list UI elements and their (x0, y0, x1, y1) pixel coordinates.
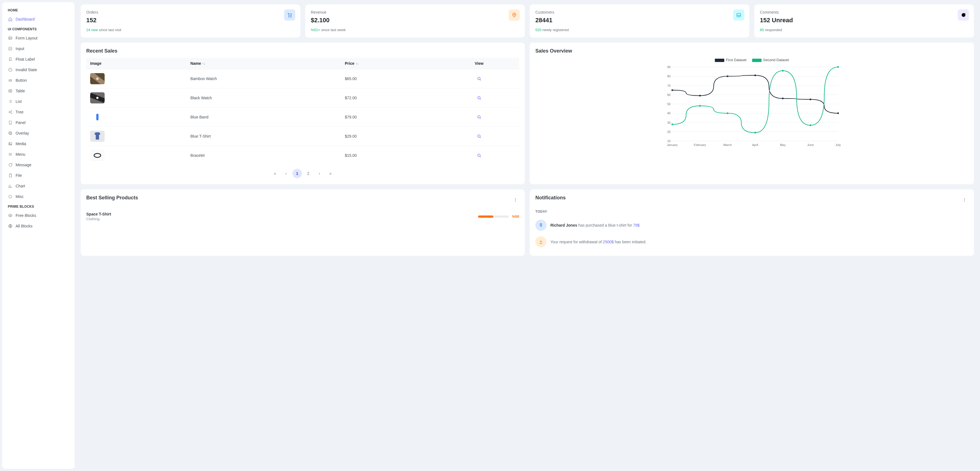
svg-point-69 (727, 112, 729, 114)
product-thumb (90, 73, 105, 84)
page-next[interactable]: › (315, 169, 324, 178)
clone-icon (8, 131, 13, 136)
svg-point-7 (11, 111, 12, 111)
view-button[interactable] (474, 151, 484, 160)
sidebar-item-label: Free Blocks (16, 213, 36, 218)
notifications-menu-button[interactable] (961, 196, 968, 204)
legend-second[interactable]: Second Dataset (752, 58, 789, 62)
sidebar-item-invalid-state[interactable]: Invalid State (5, 65, 72, 75)
stat-value: $2.100 (311, 17, 519, 24)
recent-sales-title: Recent Sales (86, 48, 519, 54)
view-button[interactable] (474, 112, 484, 122)
stat-card-orders: Orders15224 new since last visit (81, 5, 300, 38)
sidebar-item-message[interactable]: Message (5, 160, 72, 170)
svg-rect-10 (10, 132, 12, 135)
sidebar-item-button[interactable]: Button (5, 75, 72, 86)
sidebar-item-label: List (16, 99, 22, 104)
sidebar-item-tree[interactable]: Tree (5, 107, 72, 117)
svg-text:80: 80 (667, 75, 671, 78)
sidebar-item-label: All Blocks (16, 224, 33, 228)
bsp-name: Space T-Shirt (86, 212, 111, 216)
svg-point-65 (810, 98, 811, 100)
chart-bar-icon (8, 184, 13, 189)
best-selling-title: Best Selling Products (86, 195, 138, 201)
sidebar-item-free-blocks[interactable]: Free Blocks (5, 210, 72, 221)
sidebar-item-file[interactable]: File (5, 170, 72, 181)
sidebar-item-label: Misc (16, 194, 24, 199)
sidebar-heading: UI COMPONENTS (5, 24, 72, 33)
sidebar-item-input[interactable]: Input (5, 43, 72, 54)
map-marker-icon (509, 10, 520, 21)
table-row: Blue T-Shirt$29.00 (86, 127, 519, 146)
svg-text:March: March (723, 143, 732, 146)
page-prev[interactable]: ‹ (281, 169, 291, 178)
svg-point-17 (288, 16, 290, 17)
sidebar-item-misc[interactable]: Misc (5, 191, 72, 202)
svg-text:February: February (694, 143, 706, 146)
svg-point-76 (515, 201, 515, 201)
inbox-icon (733, 10, 745, 21)
view-button[interactable] (474, 93, 484, 103)
best-selling-menu-button[interactable] (511, 196, 519, 204)
svg-point-23 (478, 77, 480, 80)
sidebar-item-label: Float Label (16, 57, 35, 62)
stat-value: 28441 (535, 17, 744, 24)
svg-point-67 (671, 124, 673, 125)
svg-text:July: July (835, 143, 841, 146)
col-price[interactable]: Price↑↓ (341, 58, 439, 69)
product-name: Blue T-Shirt (186, 127, 341, 146)
svg-point-71 (782, 70, 784, 71)
sidebar-item-form-layout[interactable]: Form Layout (5, 33, 72, 43)
view-button[interactable] (474, 131, 484, 141)
sidebar-item-table[interactable]: Table (5, 86, 72, 96)
product-name: Blue Band (186, 108, 341, 127)
sidebar-item-chart[interactable]: Chart (5, 181, 72, 191)
sidebar-item-overlay[interactable]: Overlay (5, 128, 72, 138)
page-last[interactable]: » (326, 169, 335, 178)
sidebar-item-panel[interactable]: Panel (5, 117, 72, 128)
sales-overview-card: Sales Overview First Dataset Second Data… (530, 43, 974, 184)
sidebar-item-float-label[interactable]: Float Label (5, 54, 72, 65)
id-card-icon (8, 36, 13, 41)
svg-point-8 (11, 113, 12, 114)
tablet-icon (8, 120, 13, 125)
product-thumb (90, 131, 105, 142)
svg-point-75 (515, 199, 515, 200)
svg-point-13 (10, 143, 10, 144)
page-1[interactable]: 1 (293, 169, 302, 178)
sidebar-item-all-blocks[interactable]: All Blocks (5, 221, 72, 232)
stat-title: Customers (535, 10, 744, 14)
svg-point-29 (478, 116, 480, 118)
stat-value: 152 (86, 17, 295, 24)
recent-sales-card: Recent Sales Image Name↑↓ Price↑↓ View B… (81, 43, 525, 184)
svg-point-22 (97, 78, 98, 79)
svg-point-70 (754, 132, 756, 133)
sidebar-item-list[interactable]: List (5, 96, 72, 107)
table-row: Black Watch$72.00 (86, 89, 519, 108)
page-2[interactable]: 2 (304, 169, 313, 178)
product-thumb (90, 111, 105, 123)
dollar-icon (535, 220, 546, 231)
page-first[interactable]: « (270, 169, 280, 178)
svg-text:10: 10 (667, 139, 671, 143)
sidebar-item-label: Media (16, 141, 26, 146)
svg-point-19 (514, 14, 515, 15)
legend-first[interactable]: First Dataset (715, 58, 746, 62)
col-image: Image (86, 58, 186, 69)
product-price: $79.00 (341, 108, 439, 127)
sidebar-item-media[interactable]: Media (5, 138, 72, 149)
svg-text:60: 60 (667, 93, 671, 97)
svg-text:April: April (752, 143, 758, 146)
notif-day-heading: TODAY (535, 209, 968, 214)
col-name[interactable]: Name↑↓ (186, 58, 341, 69)
sidebar-item-menu[interactable]: Menu (5, 149, 72, 160)
sidebar-item-dashboard[interactable]: Dashboard (5, 14, 72, 24)
svg-text:June: June (807, 143, 814, 146)
svg-point-14 (9, 195, 12, 198)
svg-point-61 (699, 95, 701, 97)
view-button[interactable] (474, 74, 484, 84)
list-item: Richard Jones has purchased a blue t-shi… (535, 217, 968, 233)
svg-text:50: 50 (667, 102, 671, 106)
bars-icon (8, 152, 13, 157)
svg-point-15 (10, 215, 11, 216)
